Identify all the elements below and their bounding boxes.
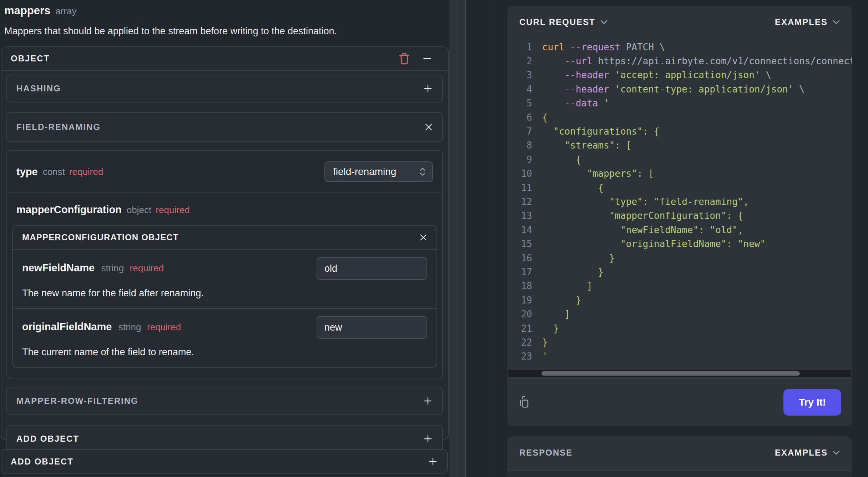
mapper-configuration-panel-title: MAPPERCONFIGURATION OBJECT — [22, 232, 179, 242]
code-line: 23' — [507, 350, 852, 363]
line-text: } — [532, 337, 548, 348]
line-number: 22 — [507, 337, 532, 348]
add-object-title: ADD OBJECT — [16, 434, 79, 444]
code-line: 16 } — [507, 251, 852, 265]
object-panel: OBJECT HASHING — [1, 46, 449, 440]
line-text: } — [532, 253, 615, 263]
mapper-configuration-panel: MAPPERCONFIGURATION OBJECT newFieldName … — [12, 225, 437, 368]
required-badge: required — [156, 205, 190, 216]
mapper-row-filtering-title: MAPPER-ROW-FILTERING — [16, 396, 138, 406]
property-description: The new name for the field after renamin… — [22, 288, 427, 299]
field-renaming-row[interactable]: FIELD-RENAMING — [6, 112, 443, 142]
line-number: 6 — [507, 112, 532, 123]
code-line: 8 "streams": [ — [507, 139, 852, 152]
property-kind: string — [101, 263, 124, 273]
delete-object-button[interactable] — [398, 52, 411, 65]
minus-icon — [423, 58, 431, 59]
add-object-row-outer[interactable]: ADD OBJECT — [1, 449, 448, 474]
line-text: } — [532, 323, 559, 334]
code-line: 9 { — [507, 152, 852, 166]
property-name: type — [16, 166, 38, 178]
left-column-scrollbar-gutter[interactable] — [449, 0, 466, 477]
plus-icon[interactable] — [423, 84, 433, 94]
hashing-title: HASHING — [16, 84, 61, 94]
required-badge: required — [147, 322, 181, 332]
copy-icon — [518, 396, 530, 409]
line-text: { — [532, 112, 548, 123]
schema-column: mappers array Mappers that should be app… — [0, 0, 449, 477]
mapper-configuration-panel-header: MAPPERCONFIGURATION OBJECT — [13, 226, 436, 250]
line-number: 17 — [507, 267, 532, 277]
code-line: 12 "type": "field-renaming", — [507, 195, 852, 209]
line-number: 12 — [507, 196, 532, 207]
code-line: 14 "newFieldName": "old", — [507, 223, 852, 237]
curl-panel-footer: Try It! — [507, 378, 852, 426]
required-badge: required — [69, 166, 103, 177]
copy-code-button[interactable] — [518, 396, 531, 409]
add-object-title: ADD OBJECT — [11, 457, 74, 467]
plus-icon[interactable] — [423, 396, 433, 406]
response-examples-dropdown[interactable]: EXAMPLES — [775, 448, 840, 458]
type-property-row: type const required field-renaming — [7, 151, 442, 193]
code-line: 7 "configurations": { — [507, 124, 852, 138]
field-description: Mappers that should be applied to the st… — [4, 26, 337, 37]
line-text: { — [532, 154, 581, 165]
code-line: 19 } — [507, 293, 852, 307]
new-field-name-input[interactable] — [317, 257, 427, 280]
property-name: mapperConfiguration — [16, 204, 122, 216]
field-type-badge: array — [55, 6, 76, 17]
line-text: "newFieldName": "old", — [532, 225, 743, 235]
plus-icon[interactable] — [423, 434, 433, 444]
collapse-object-button[interactable] — [421, 52, 434, 65]
mapper-row-filtering-row[interactable]: MAPPER-ROW-FILTERING — [6, 387, 443, 415]
chevron-down-icon — [833, 451, 840, 455]
object-panel-header: OBJECT — [1, 47, 448, 71]
line-text: ] — [532, 281, 592, 291]
property-name: newFieldName — [22, 262, 95, 273]
line-number: 13 — [507, 210, 532, 221]
code-line: 6{ — [507, 110, 852, 124]
try-it-button[interactable]: Try It! — [783, 389, 841, 416]
examples-label: EXAMPLES — [775, 448, 828, 458]
line-number: 3 — [507, 70, 532, 80]
code-horizontal-scrollbar[interactable] — [508, 370, 851, 377]
property-label: newFieldName string required — [22, 257, 164, 274]
hashing-row[interactable]: HASHING — [6, 75, 443, 102]
line-text: --data ' — [532, 98, 609, 109]
code-line: 11 { — [507, 181, 852, 195]
code-line: 21 } — [507, 321, 852, 335]
type-select[interactable]: field-renaming — [324, 161, 433, 182]
line-text: --header 'accept: application/json' \ — [532, 70, 771, 80]
type-select-value: field-renaming — [333, 166, 396, 177]
request-examples-dropdown[interactable]: EXAMPLES — [775, 17, 840, 27]
line-text: --url https://api.airbyte.com/v1/connect… — [532, 56, 852, 66]
code-line: 1curl --request PATCH \ — [507, 40, 852, 54]
mapper-configuration-row: mapperConfiguration object required — [16, 204, 433, 216]
plus-icon[interactable] — [428, 457, 438, 467]
field-heading: mappers array — [4, 4, 76, 17]
property-label: originalFieldName string required — [22, 316, 181, 333]
close-icon[interactable] — [424, 123, 433, 131]
required-badge: required — [130, 263, 164, 273]
code-line: 22} — [507, 335, 852, 349]
line-number: 11 — [507, 182, 532, 193]
property-name: originalFieldName — [22, 321, 112, 332]
line-number: 7 — [507, 126, 532, 137]
object-panel-title: OBJECT — [11, 54, 50, 64]
line-text: "mapperConfiguration": { — [532, 210, 743, 221]
response-title: RESPONSE — [519, 448, 572, 458]
original-field-name-input[interactable] — [317, 316, 427, 339]
code-line: 5 --data ' — [507, 96, 852, 110]
code-line: 13 "mapperConfiguration": { — [507, 209, 852, 223]
property-kind: object — [127, 205, 151, 216]
curl-panel-header: CURL REQUEST EXAMPLES — [507, 6, 852, 39]
line-number: 4 — [507, 84, 532, 95]
close-icon[interactable] — [419, 234, 427, 241]
field-name: mappers — [4, 4, 50, 17]
line-number: 2 — [507, 56, 532, 66]
line-number: 18 — [507, 281, 532, 291]
scrollbar-thumb[interactable] — [541, 371, 800, 376]
line-text: "streams": [ — [532, 140, 631, 151]
add-object-row-inner[interactable]: ADD OBJECT — [6, 425, 443, 453]
request-language-selector[interactable]: CURL REQUEST — [519, 17, 607, 27]
